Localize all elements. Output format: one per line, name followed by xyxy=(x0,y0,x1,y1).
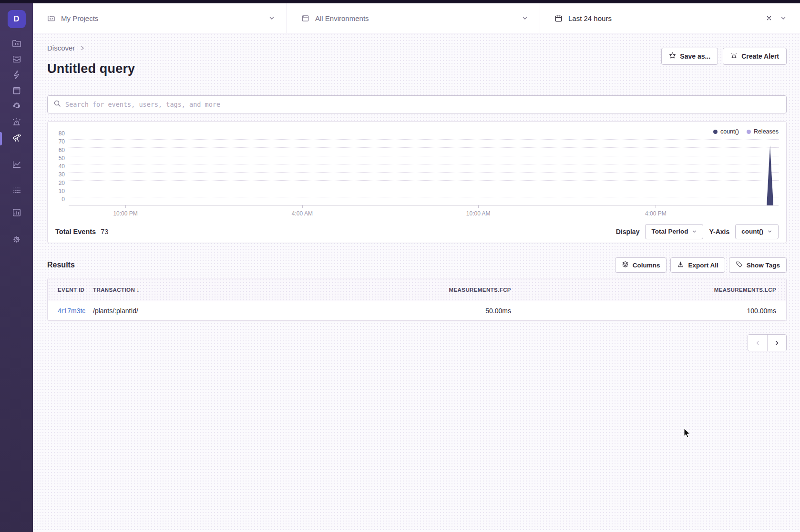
table-row: 4r17m3tc /plants/:plantId/ 50.00ms 100.0… xyxy=(48,301,786,320)
headset-person-icon xyxy=(11,101,22,113)
chevron-down-icon xyxy=(767,229,772,234)
releases-series-dot xyxy=(747,130,751,134)
sidebar-item-user-feedback[interactable] xyxy=(0,102,33,113)
gridline xyxy=(69,197,779,197)
line-chart-icon xyxy=(11,159,22,172)
next-page-button[interactable] xyxy=(767,335,786,351)
gridline xyxy=(69,189,779,189)
pagination xyxy=(47,334,787,351)
create-alert-button[interactable]: Create Alert xyxy=(723,48,787,65)
gridline xyxy=(69,180,779,181)
column-header-event-id[interactable]: EVENT ID xyxy=(48,287,93,293)
lightning-icon xyxy=(11,70,22,82)
date-range-label: Last 24 hours xyxy=(568,14,612,22)
legend-label: Releases xyxy=(754,128,779,135)
results-table: EVENT ID TRANSACTION↓ MEASUREMENTS.FCP M… xyxy=(47,278,787,321)
sidebar-item-projects[interactable] xyxy=(0,39,33,50)
search-icon xyxy=(53,100,61,109)
x-axis-tick-label: 4:00 AM xyxy=(292,210,313,217)
chevron-down-icon[interactable] xyxy=(780,15,787,21)
date-range-filter[interactable]: Last 24 hours xyxy=(540,3,800,33)
layers-icon xyxy=(622,261,629,269)
columns-label: Columns xyxy=(633,262,660,269)
x-axis-tick-mark xyxy=(478,205,479,208)
sidebar-item-releases[interactable] xyxy=(0,86,33,97)
sidebar-item-performance[interactable] xyxy=(0,70,33,82)
sidebar-item-issues[interactable] xyxy=(0,54,33,66)
sidebar-item-dashboards[interactable] xyxy=(0,160,33,171)
legend-item-count[interactable]: count() xyxy=(713,128,739,135)
siren-icon xyxy=(11,117,22,129)
show-tags-label: Show Tags xyxy=(747,262,780,269)
save-as-label: Save as... xyxy=(680,52,710,60)
column-header-measurements-fcp[interactable]: MEASUREMENTS.FCP xyxy=(307,287,511,293)
sidebar-item-settings[interactable] xyxy=(0,235,33,246)
chart-plot-area[interactable]: 0102030405060708010:00 PM4:00 AM10:00 AM… xyxy=(69,140,779,205)
window-top-strip xyxy=(0,0,800,3)
gridline xyxy=(69,164,779,164)
list-icon xyxy=(11,185,22,197)
count-series-spike[interactable] xyxy=(767,145,773,205)
tag-icon xyxy=(736,261,743,269)
chevron-down-icon xyxy=(692,229,697,234)
environment-filter-label: All Environments xyxy=(315,14,369,22)
bar-chart-icon xyxy=(11,207,22,220)
y-axis-tick-label: 50 xyxy=(51,155,65,162)
y-axis-tick-label: 0 xyxy=(51,196,65,203)
lcp-cell: 100.00ms xyxy=(511,307,786,315)
gridline xyxy=(69,147,779,148)
chart-footer: Total Events 73 Display Total Period Y-A… xyxy=(48,220,786,243)
org-avatar[interactable]: D xyxy=(8,10,26,28)
y-axis-tick-label: 60 xyxy=(51,147,65,153)
create-alert-label: Create Alert xyxy=(741,52,779,60)
chart-legend: count() Releases xyxy=(48,122,786,135)
y-axis-tick-label: 80 xyxy=(51,130,65,137)
sidebar-item-stats[interactable] xyxy=(0,208,33,219)
total-events-label: Total Events xyxy=(55,228,96,235)
transaction-cell: /plants/:plantId/ xyxy=(93,307,307,315)
breadcrumb: Discover xyxy=(47,44,135,52)
chevron-left-icon xyxy=(755,340,761,346)
projects-icon xyxy=(11,38,22,51)
count-series-dot xyxy=(713,130,718,134)
y-axis-tick-label: 10 xyxy=(51,188,65,194)
environment-icon xyxy=(301,14,309,22)
event-id-link[interactable]: 4r17m3tc xyxy=(58,307,85,315)
sidebar-item-discover[interactable] xyxy=(0,133,33,144)
sort-desc-icon: ↓ xyxy=(136,286,140,293)
save-as-button[interactable]: Save as... xyxy=(661,48,718,65)
results-heading: Results xyxy=(47,261,75,269)
search-input[interactable] xyxy=(65,101,780,108)
x-axis-tick-label: 4:00 PM xyxy=(645,210,667,217)
clear-date-filter-icon[interactable] xyxy=(766,15,772,21)
environment-filter[interactable]: All Environments xyxy=(287,3,540,33)
columns-button[interactable]: Columns xyxy=(615,257,667,273)
total-events-value: 73 xyxy=(101,228,108,235)
show-tags-button[interactable]: Show Tags xyxy=(729,257,787,273)
column-header-measurements-lcp[interactable]: MEASUREMENTS.LCP xyxy=(511,287,786,293)
package-icon xyxy=(11,85,22,98)
display-dropdown[interactable]: Total Period xyxy=(645,224,703,239)
chevron-right-icon xyxy=(80,45,85,51)
display-value: Total Period xyxy=(651,228,688,235)
project-icon xyxy=(47,14,55,22)
breadcrumb-discover-link[interactable]: Discover xyxy=(47,44,75,52)
x-axis-tick-mark xyxy=(302,205,303,208)
project-filter-label: My Projects xyxy=(61,14,98,22)
sidebar-item-queries[interactable] xyxy=(0,185,33,197)
y-axis-dropdown[interactable]: count() xyxy=(735,224,779,239)
download-icon xyxy=(677,261,684,269)
search-bar[interactable] xyxy=(47,95,787,113)
siren-icon xyxy=(730,52,738,61)
sidebar-item-alerts[interactable] xyxy=(0,117,33,129)
y-axis-value: count() xyxy=(741,228,763,235)
global-filter-bar: My Projects All Environments xyxy=(33,3,800,33)
column-header-transaction[interactable]: TRANSACTION↓ xyxy=(93,286,307,293)
project-filter[interactable]: My Projects xyxy=(33,3,287,33)
previous-page-button[interactable] xyxy=(748,335,767,351)
main-content: Discover Untitled query Save as... Creat… xyxy=(33,33,800,532)
legend-item-releases[interactable]: Releases xyxy=(747,128,779,135)
y-axis-label: Y-Axis xyxy=(709,228,729,235)
export-all-button[interactable]: Export All xyxy=(670,257,725,273)
sidebar: D xyxy=(0,3,33,532)
